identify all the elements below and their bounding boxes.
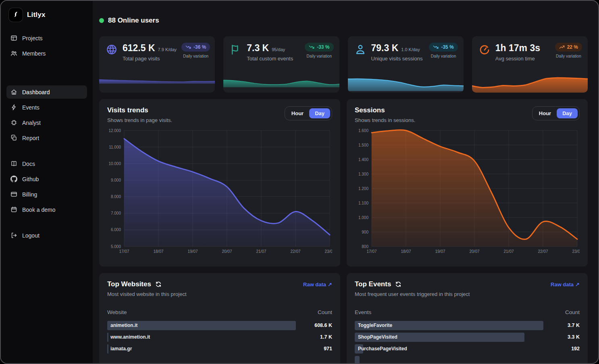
svg-text:1.300: 1.300 — [358, 172, 368, 176]
sidebar-item-billing[interactable]: Billing — [6, 188, 87, 201]
litlyx-logo-icon — [9, 8, 23, 22]
sidebar-item-label: Members — [22, 50, 46, 57]
hour-day-toggle: HourDay — [532, 106, 580, 120]
hour-day-toggle: HourDay — [285, 106, 332, 120]
sidebar-spacer — [6, 62, 87, 85]
sidebar-item-label: Events — [22, 104, 40, 111]
online-users-row: 88 Online users — [99, 16, 588, 25]
stat-rate: 95/day — [272, 47, 285, 52]
sidebar-nav-main: DashboardEventsAnalystReport — [6, 85, 87, 145]
flag-icon — [230, 43, 242, 56]
main-content: 88 Online users 612.5 K 7.9 K/day Total … — [93, 1, 598, 363]
github-icon — [10, 176, 17, 182]
sidebar-item-book-a-demo[interactable]: Book a demo — [6, 203, 87, 216]
daily-variation-badge: 22 % — [555, 43, 582, 52]
sidebar-item-label: Logout — [22, 232, 40, 239]
trend-down-icon — [185, 44, 191, 50]
brand-name: Litlyx — [27, 11, 46, 19]
sidebar-item-projects[interactable]: Projects — [6, 31, 87, 45]
visits-trends-chart[interactable]: 5.0006.0007.0008.0009.00010.00011.00012.… — [107, 128, 332, 256]
sparkline — [472, 68, 588, 93]
sidebar-item-label: Book a demo — [22, 207, 56, 213]
sidebar-item-label: Projects — [22, 35, 43, 41]
sidebar-item-dashboard[interactable]: Dashboard — [6, 85, 87, 99]
sidebar-item-logout[interactable]: Logout — [6, 229, 87, 242]
svg-text:6.000: 6.000 — [111, 228, 121, 232]
table-row[interactable] — [355, 356, 580, 364]
toggle-option-hour[interactable]: Hour — [534, 108, 556, 118]
table-subtitle: Most frequent user events triggered in t… — [355, 291, 580, 297]
svg-text:1.600: 1.600 — [358, 128, 368, 133]
sparkline — [223, 68, 339, 93]
visits-trends-card: Visits trends Shows trends in page visit… — [99, 99, 340, 267]
toggle-option-day[interactable]: Day — [557, 108, 578, 118]
table-row-iamata-gr[interactable]: iamata.gr971 — [107, 344, 332, 354]
chart-header: Sessions Shows trends in sessions. HourD… — [355, 106, 580, 123]
column-item-label: Website — [107, 309, 127, 315]
sidebar-item-members[interactable]: Members — [6, 47, 87, 60]
stat-badge-col: 22 % Daily variation — [555, 43, 582, 58]
sidebar-item-label: Billing — [22, 191, 37, 198]
sidebar-item-events[interactable]: Events — [6, 101, 87, 114]
online-users-count: 88 Online users — [108, 17, 159, 25]
events-icon — [10, 104, 17, 111]
sidebar-item-report[interactable]: Report — [6, 131, 87, 145]
raw-data-link[interactable]: Raw data ↗ — [303, 281, 332, 287]
stat-card-head: 612.5 K 7.9 K/day Total page visits -36 … — [106, 43, 209, 62]
table-row-togglefavorite[interactable]: ToggleFavorite3.7 K — [355, 321, 580, 330]
svg-text:20/07: 20/07 — [222, 249, 232, 254]
row-bar — [355, 356, 360, 364]
billing-icon — [10, 191, 17, 198]
chart-title: Sessions — [355, 106, 415, 114]
row-label: ToggleFavorite — [355, 321, 580, 330]
svg-text:1.200: 1.200 — [358, 186, 368, 191]
svg-text:21/07: 21/07 — [256, 249, 266, 254]
globe-icon — [106, 43, 118, 56]
top-events-card: Top Events Raw data ↗ Most frequent user… — [347, 273, 588, 364]
table-row-www-animetion-it[interactable]: www.animetion.it1.7 K — [107, 333, 332, 342]
svg-text:8.000: 8.000 — [111, 194, 121, 199]
stat-card-total-page-visits: 612.5 K 7.9 K/day Total page visits -36 … — [99, 36, 215, 93]
svg-text:7.000: 7.000 — [111, 211, 121, 215]
stat-label: Total page visits — [123, 56, 177, 62]
stat-badge-col: -36 % Daily variation — [181, 43, 210, 58]
refresh-icon[interactable] — [155, 281, 162, 287]
stat-badge-col: -35 % Daily variation — [429, 43, 458, 58]
brand[interactable]: Litlyx — [6, 8, 87, 22]
docs-icon — [10, 160, 17, 167]
stat-label: Avg session time — [495, 56, 543, 62]
svg-text:800: 800 — [362, 244, 368, 249]
svg-text:21/07: 21/07 — [503, 249, 514, 254]
timer-icon — [478, 43, 491, 56]
charts-row: Visits trends Shows trends in page visit… — [99, 99, 588, 267]
table-row-shoppagevisited[interactable]: ShopPageVisited3.3 K — [355, 333, 580, 342]
raw-data-link[interactable]: Raw data ↗ — [551, 281, 580, 287]
column-count-label: Count — [565, 309, 580, 315]
svg-text:11.000: 11.000 — [109, 145, 121, 149]
toggle-option-day[interactable]: Day — [309, 108, 330, 118]
table-header: Events Count — [355, 309, 580, 315]
table-rows: ToggleFavorite3.7 KShopPageVisited3.3 KP… — [355, 321, 580, 364]
dashboard-icon — [10, 89, 17, 95]
column-item-label: Events — [355, 309, 371, 315]
stat-badge-col: -33 % Daily variation — [305, 43, 333, 58]
svg-text:23/07: 23/07 — [572, 249, 580, 254]
table-row-animetion-it[interactable]: animetion.it608.6 K — [107, 321, 332, 330]
svg-text:1.100: 1.100 — [358, 201, 368, 205]
svg-text:23/07: 23/07 — [324, 249, 332, 254]
refresh-icon[interactable] — [395, 281, 401, 287]
sidebar-item-label: Analyst — [22, 120, 41, 126]
sidebar-item-analyst[interactable]: Analyst — [6, 116, 87, 129]
online-indicator-icon — [99, 18, 104, 23]
sidebar-item-label: Dashboard — [22, 89, 50, 95]
toggle-option-hour[interactable]: Hour — [287, 108, 308, 118]
svg-text:18/07: 18/07 — [153, 249, 163, 254]
table-row-purchasepagevisited[interactable]: PurchasePageVisited192 — [355, 344, 580, 354]
badge-caption: Daily variation — [181, 54, 210, 58]
sidebar-item-github[interactable]: Github — [6, 172, 87, 186]
sidebar-nav-secondary: DocsGithubBillingBook a demo — [6, 157, 87, 216]
sessions-chart[interactable]: 8009001.0001.1001.2001.3001.4001.5001.60… — [355, 128, 580, 256]
sidebar-item-docs[interactable]: Docs — [6, 157, 87, 170]
svg-text:9.000: 9.000 — [111, 178, 121, 182]
svg-text:10.000: 10.000 — [108, 161, 121, 166]
